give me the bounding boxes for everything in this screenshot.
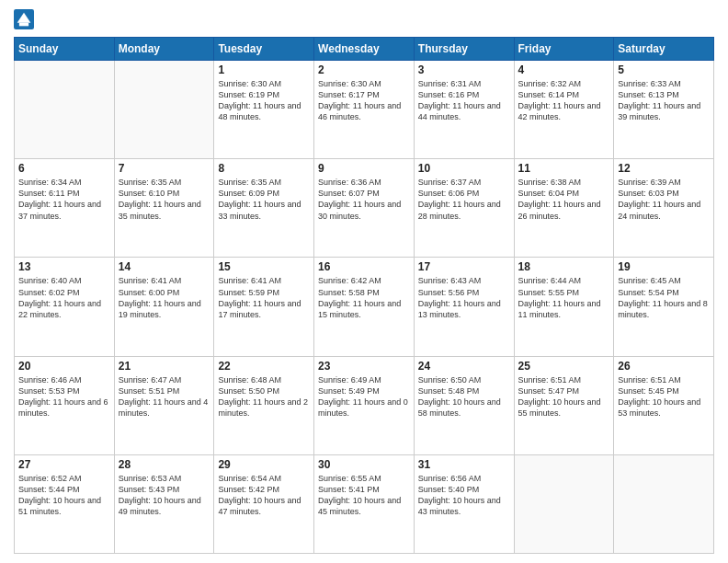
calendar-cell: 6Sunrise: 6:34 AMSunset: 6:11 PMDaylight… (15, 159, 115, 258)
calendar-table: SundayMondayTuesdayWednesdayThursdayFrid… (14, 37, 714, 554)
calendar-body: 1Sunrise: 6:30 AMSunset: 6:19 PMDaylight… (15, 61, 714, 554)
day-number: 23 (318, 360, 410, 373)
calendar-cell: 1Sunrise: 6:30 AMSunset: 6:19 PMDaylight… (214, 61, 314, 159)
calendar-cell: 17Sunrise: 6:43 AMSunset: 5:56 PMDayligh… (414, 258, 514, 356)
calendar-cell: 20Sunrise: 6:46 AMSunset: 5:53 PMDayligh… (15, 356, 115, 454)
day-number: 20 (18, 360, 110, 373)
day-number: 30 (318, 458, 410, 471)
day-number: 12 (618, 162, 710, 175)
calendar-cell: 8Sunrise: 6:35 AMSunset: 6:09 PMDaylight… (214, 159, 314, 258)
svg-rect-2 (19, 23, 28, 27)
weekday-header-cell: Monday (114, 38, 214, 61)
day-info: Sunrise: 6:30 AMSunset: 6:19 PMDaylight:… (218, 78, 310, 123)
calendar-cell: 21Sunrise: 6:47 AMSunset: 5:51 PMDayligh… (114, 356, 214, 454)
day-number: 10 (418, 162, 510, 175)
day-info: Sunrise: 6:49 AMSunset: 5:49 PMDaylight:… (318, 374, 410, 419)
calendar-cell: 16Sunrise: 6:42 AMSunset: 5:58 PMDayligh… (314, 258, 415, 356)
day-info: Sunrise: 6:48 AMSunset: 5:50 PMDaylight:… (218, 374, 310, 419)
calendar-cell: 7Sunrise: 6:35 AMSunset: 6:10 PMDaylight… (114, 159, 214, 258)
day-number: 29 (218, 458, 310, 471)
logo (14, 9, 38, 29)
day-number: 6 (18, 162, 110, 175)
calendar-cell: 22Sunrise: 6:48 AMSunset: 5:50 PMDayligh… (214, 356, 314, 454)
day-info: Sunrise: 6:51 AMSunset: 5:47 PMDaylight:… (518, 374, 610, 419)
weekday-header-cell: Saturday (614, 38, 714, 61)
calendar-cell: 24Sunrise: 6:50 AMSunset: 5:48 PMDayligh… (414, 356, 514, 454)
calendar-week-row: 13Sunrise: 6:40 AMSunset: 6:02 PMDayligh… (15, 258, 714, 356)
day-number: 25 (518, 360, 610, 373)
day-info: Sunrise: 6:52 AMSunset: 5:44 PMDaylight:… (18, 473, 110, 518)
calendar-cell: 18Sunrise: 6:44 AMSunset: 5:55 PMDayligh… (514, 258, 614, 356)
calendar-cell: 31Sunrise: 6:56 AMSunset: 5:40 PMDayligh… (414, 454, 514, 553)
calendar-cell: 15Sunrise: 6:41 AMSunset: 5:59 PMDayligh… (214, 258, 314, 356)
day-info: Sunrise: 6:55 AMSunset: 5:41 PMDaylight:… (318, 473, 410, 518)
day-info: Sunrise: 6:53 AMSunset: 5:43 PMDaylight:… (119, 473, 210, 518)
calendar-cell (15, 61, 115, 159)
weekday-header-cell: Sunday (15, 38, 115, 61)
weekday-header-cell: Thursday (414, 38, 514, 61)
calendar-cell: 13Sunrise: 6:40 AMSunset: 6:02 PMDayligh… (15, 258, 115, 356)
day-info: Sunrise: 6:31 AMSunset: 6:16 PMDaylight:… (418, 78, 510, 123)
day-info: Sunrise: 6:39 AMSunset: 6:03 PMDaylight:… (618, 177, 710, 222)
day-number: 8 (218, 162, 310, 175)
day-info: Sunrise: 6:44 AMSunset: 5:55 PMDaylight:… (518, 275, 610, 320)
day-info: Sunrise: 6:34 AMSunset: 6:11 PMDaylight:… (18, 177, 110, 222)
header (14, 9, 714, 29)
day-number: 11 (518, 162, 610, 175)
calendar-cell: 29Sunrise: 6:54 AMSunset: 5:42 PMDayligh… (214, 454, 314, 553)
day-number: 2 (318, 63, 410, 76)
calendar-cell: 10Sunrise: 6:37 AMSunset: 6:06 PMDayligh… (414, 159, 514, 258)
calendar-cell: 28Sunrise: 6:53 AMSunset: 5:43 PMDayligh… (114, 454, 214, 553)
weekday-header-cell: Tuesday (214, 38, 314, 61)
day-info: Sunrise: 6:54 AMSunset: 5:42 PMDaylight:… (218, 473, 310, 518)
day-number: 5 (618, 63, 710, 76)
day-info: Sunrise: 6:38 AMSunset: 6:04 PMDaylight:… (518, 177, 610, 222)
calendar-cell: 19Sunrise: 6:45 AMSunset: 5:54 PMDayligh… (614, 258, 714, 356)
weekday-header-row: SundayMondayTuesdayWednesdayThursdayFrid… (15, 38, 714, 61)
day-number: 26 (618, 360, 710, 373)
day-info: Sunrise: 6:33 AMSunset: 6:13 PMDaylight:… (618, 78, 710, 123)
day-info: Sunrise: 6:35 AMSunset: 6:09 PMDaylight:… (218, 177, 310, 222)
day-info: Sunrise: 6:50 AMSunset: 5:48 PMDaylight:… (418, 374, 510, 419)
day-info: Sunrise: 6:43 AMSunset: 5:56 PMDaylight:… (418, 275, 510, 320)
calendar-cell: 5Sunrise: 6:33 AMSunset: 6:13 PMDaylight… (614, 61, 714, 159)
day-info: Sunrise: 6:41 AMSunset: 5:59 PMDaylight:… (218, 275, 310, 320)
day-info: Sunrise: 6:56 AMSunset: 5:40 PMDaylight:… (418, 473, 510, 518)
day-number: 17 (418, 260, 510, 273)
day-info: Sunrise: 6:47 AMSunset: 5:51 PMDaylight:… (119, 374, 210, 419)
day-info: Sunrise: 6:35 AMSunset: 6:10 PMDaylight:… (119, 177, 210, 222)
calendar-week-row: 6Sunrise: 6:34 AMSunset: 6:11 PMDaylight… (15, 159, 714, 258)
calendar-cell: 14Sunrise: 6:41 AMSunset: 6:00 PMDayligh… (114, 258, 214, 356)
calendar-cell: 27Sunrise: 6:52 AMSunset: 5:44 PMDayligh… (15, 454, 115, 553)
calendar-cell: 25Sunrise: 6:51 AMSunset: 5:47 PMDayligh… (514, 356, 614, 454)
page: SundayMondayTuesdayWednesdayThursdayFrid… (0, 0, 728, 563)
logo-icon (14, 9, 34, 29)
calendar-cell: 30Sunrise: 6:55 AMSunset: 5:41 PMDayligh… (314, 454, 415, 553)
day-number: 4 (518, 63, 610, 76)
calendar-cell: 12Sunrise: 6:39 AMSunset: 6:03 PMDayligh… (614, 159, 714, 258)
weekday-header-cell: Wednesday (314, 38, 415, 61)
calendar-cell: 26Sunrise: 6:51 AMSunset: 5:45 PMDayligh… (614, 356, 714, 454)
day-number: 9 (318, 162, 410, 175)
day-info: Sunrise: 6:42 AMSunset: 5:58 PMDaylight:… (318, 275, 410, 320)
calendar-cell: 4Sunrise: 6:32 AMSunset: 6:14 PMDaylight… (514, 61, 614, 159)
calendar-cell (514, 454, 614, 553)
calendar-cell: 23Sunrise: 6:49 AMSunset: 5:49 PMDayligh… (314, 356, 415, 454)
day-number: 13 (18, 260, 110, 273)
calendar-week-row: 1Sunrise: 6:30 AMSunset: 6:19 PMDaylight… (15, 61, 714, 159)
day-number: 15 (218, 260, 310, 273)
calendar-cell (114, 61, 214, 159)
day-number: 18 (518, 260, 610, 273)
day-info: Sunrise: 6:51 AMSunset: 5:45 PMDaylight:… (618, 374, 710, 419)
day-info: Sunrise: 6:37 AMSunset: 6:06 PMDaylight:… (418, 177, 510, 222)
calendar-week-row: 27Sunrise: 6:52 AMSunset: 5:44 PMDayligh… (15, 454, 714, 553)
day-info: Sunrise: 6:36 AMSunset: 6:07 PMDaylight:… (318, 177, 410, 222)
weekday-header-cell: Friday (514, 38, 614, 61)
calendar-cell: 3Sunrise: 6:31 AMSunset: 6:16 PMDaylight… (414, 61, 514, 159)
day-number: 1 (218, 63, 310, 76)
day-number: 14 (119, 260, 210, 273)
day-info: Sunrise: 6:41 AMSunset: 6:00 PMDaylight:… (119, 275, 210, 320)
calendar-week-row: 20Sunrise: 6:46 AMSunset: 5:53 PMDayligh… (15, 356, 714, 454)
day-number: 24 (418, 360, 510, 373)
day-info: Sunrise: 6:30 AMSunset: 6:17 PMDaylight:… (318, 78, 410, 123)
